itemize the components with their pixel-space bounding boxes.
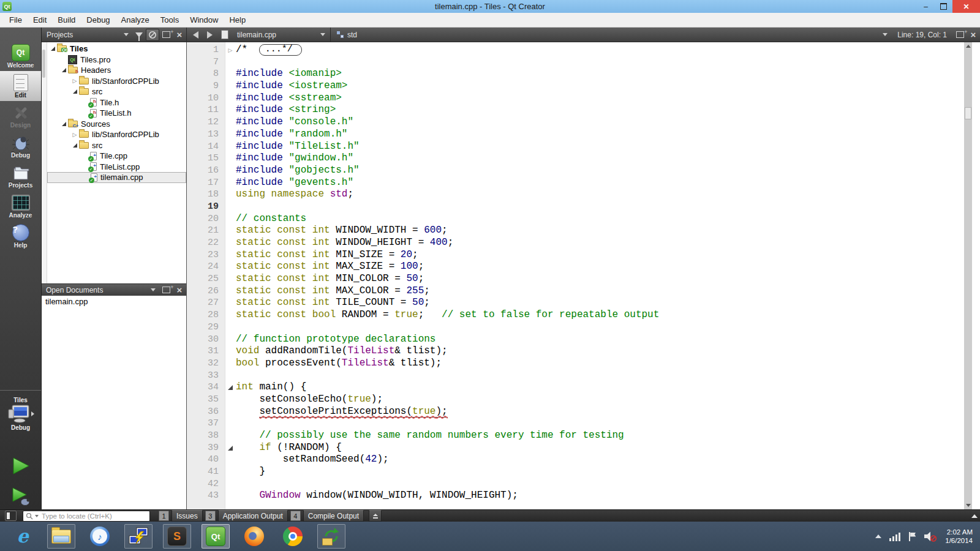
menu-tools[interactable]: Tools: [155, 13, 184, 27]
back-icon[interactable]: [193, 31, 198, 39]
tree-item-sources[interactable]: C+Sources: [47, 119, 186, 130]
tree-item-tilemain-cpp[interactable]: +✓tilemain.cpp: [47, 172, 186, 183]
tree-item-tilelist-h[interactable]: h✓TileList.h: [47, 108, 186, 119]
tree-expander-icon[interactable]: ▷: [70, 132, 79, 138]
tree-item-tilelist-cpp[interactable]: +✓TileList.cpp: [47, 162, 186, 173]
code-line[interactable]: 38 // possibly use the same random numbe…: [187, 430, 972, 442]
code-line[interactable]: 29: [187, 321, 972, 334]
locator-options-icon[interactable]: [35, 515, 39, 517]
code-line[interactable]: 39 if (!RANDOM) {: [187, 442, 972, 454]
menu-file[interactable]: File: [4, 13, 28, 27]
taskbar-internet-explorer[interactable]: e: [9, 524, 37, 549]
code-line[interactable]: 36 setConsolePrintExceptions(true);: [187, 406, 972, 418]
taskbar-chrome[interactable]: [279, 524, 307, 549]
code-line[interactable]: 43 GWindow window(WINDOW_WIDTH, WINDOW_H…: [187, 490, 972, 502]
taskbar-file-explorer[interactable]: [47, 524, 75, 549]
volume-muted-icon[interactable]: [924, 531, 937, 542]
code-editor[interactable]: 1▷/* ...*/78#include <iomanip>9#include …: [187, 42, 972, 509]
run-debug-button[interactable]: [10, 487, 31, 509]
locator-input[interactable]: [40, 512, 147, 520]
tree-item-tile-cpp[interactable]: +✓Tile.cpp: [47, 151, 186, 162]
taskbar-firefox[interactable]: [240, 524, 268, 549]
taskbar-itunes[interactable]: ♪: [86, 524, 114, 549]
tree-item-tiles-pro[interactable]: QtTiles.pro: [47, 54, 186, 66]
forward-icon[interactable]: [207, 31, 213, 39]
output-pane-application-output[interactable]: Application Output: [218, 510, 288, 522]
expand-output-button[interactable]: [971, 514, 978, 518]
code-line[interactable]: 37: [187, 418, 972, 430]
menu-build[interactable]: Build: [52, 13, 81, 27]
output-pane-issues[interactable]: Issues: [172, 510, 203, 522]
tree-item-headers[interactable]: hHeaders: [47, 65, 186, 76]
editor-scrollbar[interactable]: [964, 42, 972, 509]
taskbar-sublime-text[interactable]: S: [163, 524, 191, 549]
tree-item-tile-h[interactable]: h✓Tile.h: [47, 97, 186, 108]
code-line[interactable]: 19: [187, 201, 972, 213]
menu-window[interactable]: Window: [184, 13, 224, 27]
fold-marker[interactable]: [225, 442, 236, 454]
code-line[interactable]: 40 setRandomSeed(42);: [187, 454, 972, 466]
open-document-tilemain-cpp[interactable]: tilemain.cpp: [42, 296, 186, 307]
tree-item-tiles[interactable]: QtTiles: [47, 43, 186, 54]
menu-debug[interactable]: Debug: [81, 13, 115, 27]
split-pane-button[interactable]: [159, 284, 173, 296]
split-pane-button[interactable]: [159, 29, 173, 41]
kit-selector[interactable]: Tiles Debug: [0, 390, 41, 432]
code-line[interactable]: 28static const bool RANDOM = true; // se…: [187, 309, 972, 321]
close-button[interactable]: ✕: [952, 0, 980, 13]
code-line[interactable]: 27static const int TILE_COUNT = 50;: [187, 297, 972, 309]
mode-analyze[interactable]: Analyze: [0, 191, 41, 221]
show-hidden-icons-button[interactable]: [875, 534, 881, 538]
chevron-down-icon[interactable]: [151, 288, 156, 291]
collapsed-comment-box[interactable]: ...*/: [259, 44, 302, 56]
action-center-flag-icon[interactable]: [908, 532, 916, 541]
close-editor-button[interactable]: ×: [967, 29, 980, 41]
tree-expander-icon[interactable]: [48, 47, 57, 51]
code-line[interactable]: 20// constants: [187, 213, 972, 225]
sync-with-editor-button[interactable]: [146, 29, 159, 41]
code-line[interactable]: 1▷/* ...*/: [187, 44, 972, 56]
filter-button[interactable]: [132, 29, 146, 41]
tree-expander-icon[interactable]: [59, 68, 68, 72]
fold-marker[interactable]: ▷: [225, 44, 236, 56]
code-line[interactable]: 34int main() {: [187, 381, 972, 394]
scroll-up-button[interactable]: [964, 42, 972, 50]
code-line[interactable]: 14#include "TileList.h": [187, 141, 972, 153]
scrollbar-thumb[interactable]: [965, 107, 971, 119]
code-line[interactable]: 30// function prototype declarations: [187, 334, 972, 346]
close-pane-button[interactable]: ×: [173, 284, 186, 296]
tree-expander-icon[interactable]: ▷: [70, 78, 79, 84]
code-line[interactable]: 15#include "gwindow.h": [187, 152, 972, 165]
code-line[interactable]: 21static const int WINDOW_WIDTH = 600;: [187, 225, 972, 237]
pane-selector[interactable]: Projects: [42, 28, 132, 42]
code-line[interactable]: 10#include <sstream>: [187, 92, 972, 105]
code-line[interactable]: 23static const int MIN_SIZE = 20;: [187, 249, 972, 261]
code-line[interactable]: 22static const int WINDOW_HEIGHT = 400;: [187, 237, 972, 249]
mode-debug[interactable]: Debug: [0, 131, 41, 161]
menu-analyze[interactable]: Analyze: [116, 13, 155, 27]
toggle-sidebar-button[interactable]: [5, 511, 17, 521]
maximize-button[interactable]: [935, 0, 952, 13]
run-button[interactable]: [10, 456, 31, 478]
split-editor-button[interactable]: [953, 29, 967, 41]
code-line[interactable]: 18using namespace std;: [187, 189, 972, 201]
tree-item-lib-stanfordcpplib[interactable]: ▷lib/StanfordCPPLib: [47, 129, 186, 140]
locator[interactable]: [23, 511, 150, 522]
tree-expander-icon[interactable]: [70, 143, 79, 148]
tree-item-src[interactable]: src: [47, 86, 186, 97]
output-pane-spinner[interactable]: [369, 510, 382, 522]
code-line[interactable]: 33: [187, 370, 972, 382]
code-line[interactable]: 13#include "random.h": [187, 129, 972, 141]
menu-edit[interactable]: Edit: [28, 13, 52, 27]
tree-item-src[interactable]: src: [47, 140, 186, 151]
close-pane-button[interactable]: ×: [173, 29, 186, 41]
code-line[interactable]: 9#include <iostream>: [187, 80, 972, 92]
scrollbar-thumb[interactable]: [42, 50, 45, 78]
code-line[interactable]: 41 }: [187, 466, 972, 478]
output-pane-compile-output[interactable]: Compile Output: [303, 510, 364, 522]
code-line[interactable]: 31void addRandomTile(TileList& tlist);: [187, 345, 972, 358]
taskbar-file-backup[interactable]: [317, 524, 345, 549]
tree-item-lib-stanfordcpplib[interactable]: ▷lib/StanfordCPPLib: [47, 76, 186, 87]
taskbar-qt-creator[interactable]: Qt: [202, 524, 230, 549]
fold-marker[interactable]: [225, 381, 236, 394]
